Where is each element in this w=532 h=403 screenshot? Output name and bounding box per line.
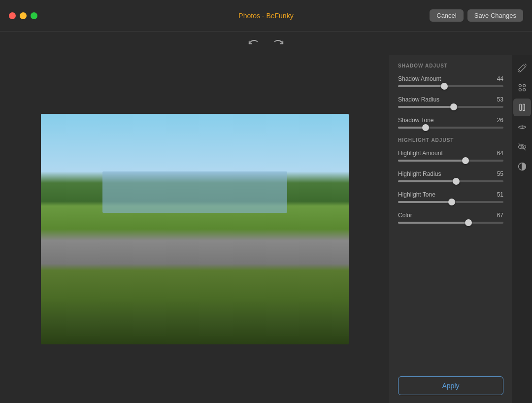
highlight-amount-label: Highlight Amount xyxy=(398,150,443,157)
shadow-tone-thumb[interactable] xyxy=(422,124,429,131)
color-label-row: Color 67 xyxy=(398,212,503,219)
controls-area: SHADOW ADJUST Shadow Amount 44 Shadow Ra… xyxy=(389,55,512,370)
svg-rect-4 xyxy=(520,104,521,110)
toolbar xyxy=(0,32,532,55)
highlight-amount-fill xyxy=(398,160,466,162)
lips-icon[interactable] xyxy=(513,118,531,136)
right-panel: SHADOW ADJUST Shadow Amount 44 Shadow Ra… xyxy=(389,55,512,403)
highlight-tone-track[interactable] xyxy=(398,201,503,203)
magic-wand-icon[interactable] xyxy=(513,59,531,77)
title-text: Photos - xyxy=(238,12,266,20)
highlight-amount-row: Highlight Amount 64 xyxy=(398,150,503,162)
color-row: Color 67 xyxy=(398,212,503,224)
shadow-amount-row: Shadow Amount 44 xyxy=(398,75,503,87)
shadow-amount-value: 44 xyxy=(497,75,503,82)
shadow-tone-track[interactable] xyxy=(398,127,503,129)
shadow-tone-row: Shadow Tone 26 xyxy=(398,117,503,129)
shadow-radius-value: 53 xyxy=(497,96,503,103)
shadow-radius-label: Shadow Radius xyxy=(398,96,439,103)
highlight-radius-fill xyxy=(398,180,456,182)
color-label: Color xyxy=(398,212,412,219)
shadow-radius-thumb[interactable] xyxy=(450,103,457,110)
redo-button[interactable] xyxy=(272,36,286,50)
titlebar: Photos - BeFunky Cancel Save Changes xyxy=(0,0,532,32)
highlight-adjust-title: HIGHLIGHT ADJUST xyxy=(398,137,503,143)
shadow-amount-thumb[interactable] xyxy=(441,83,448,90)
highlight-radius-label: Highlight Radius xyxy=(398,170,441,177)
traffic-lights xyxy=(9,12,37,19)
adjustments-icon[interactable] xyxy=(513,99,531,116)
photo-area xyxy=(0,55,389,403)
minimize-button[interactable] xyxy=(20,12,27,19)
color-thumb[interactable] xyxy=(465,219,472,226)
photo-display xyxy=(41,114,349,344)
color-track[interactable] xyxy=(398,222,503,224)
svg-point-3 xyxy=(523,89,526,91)
shadow-adjust-title: SHADOW ADJUST xyxy=(398,63,503,68)
shadow-amount-track[interactable] xyxy=(398,85,503,87)
highlight-radius-row: Highlight Radius 55 xyxy=(398,170,503,182)
highlight-amount-track[interactable] xyxy=(398,160,503,162)
highlight-amount-label-row: Highlight Amount 64 xyxy=(398,150,503,157)
photo-container xyxy=(41,114,349,344)
highlight-radius-value: 55 xyxy=(497,170,503,177)
highlight-tone-fill xyxy=(398,201,452,203)
apply-button[interactable]: Apply xyxy=(398,376,503,395)
highlight-tone-value: 51 xyxy=(497,191,503,198)
shadow-tone-value: 26 xyxy=(497,117,503,124)
eye-icon[interactable] xyxy=(513,138,531,156)
maximize-button[interactable] xyxy=(31,12,37,19)
header-buttons: Cancel Save Changes xyxy=(430,9,523,22)
shadow-amount-label-row: Shadow Amount 44 xyxy=(398,75,503,82)
app-name: BeFunky xyxy=(266,12,293,20)
shadow-tone-label-row: Shadow Tone 26 xyxy=(398,117,503,124)
highlight-tone-thumb[interactable] xyxy=(448,199,455,205)
save-changes-button[interactable]: Save Changes xyxy=(467,9,523,22)
contrast-icon[interactable] xyxy=(513,158,531,175)
highlight-radius-thumb[interactable] xyxy=(453,178,460,185)
highlight-amount-value: 64 xyxy=(497,150,503,157)
svg-rect-5 xyxy=(523,104,525,110)
app-title: Photos - BeFunky xyxy=(238,12,293,20)
shadow-amount-label: Shadow Amount xyxy=(398,75,441,82)
highlight-amount-thumb[interactable] xyxy=(462,157,469,164)
highlight-tone-label-row: Highlight Tone 51 xyxy=(398,191,503,198)
color-fill xyxy=(398,222,468,224)
shadow-tone-label: Shadow Tone xyxy=(398,117,434,124)
main-content: SHADOW ADJUST Shadow Amount 44 Shadow Ra… xyxy=(0,55,532,403)
highlight-radius-track[interactable] xyxy=(398,180,503,182)
svg-point-2 xyxy=(519,89,521,91)
color-value: 67 xyxy=(497,212,503,219)
shadow-tone-fill xyxy=(398,127,426,129)
shadow-radius-fill xyxy=(398,106,454,108)
highlight-tone-row: Highlight Tone 51 xyxy=(398,191,503,203)
shadow-radius-track[interactable] xyxy=(398,106,503,108)
apply-btn-area: Apply xyxy=(389,370,512,403)
close-button[interactable] xyxy=(9,12,16,19)
highlight-tone-label: Highlight Tone xyxy=(398,191,435,198)
shadow-radius-row: Shadow Radius 53 xyxy=(398,96,503,108)
undo-button[interactable] xyxy=(246,36,260,50)
retouch-icon[interactable] xyxy=(513,79,531,97)
shadow-amount-fill xyxy=(398,85,444,87)
icon-rail xyxy=(512,55,532,403)
highlight-radius-label-row: Highlight Radius 55 xyxy=(398,170,503,177)
svg-point-0 xyxy=(519,84,521,87)
cancel-button[interactable]: Cancel xyxy=(430,9,463,22)
shadow-radius-label-row: Shadow Radius 53 xyxy=(398,96,503,103)
svg-point-1 xyxy=(523,84,526,87)
